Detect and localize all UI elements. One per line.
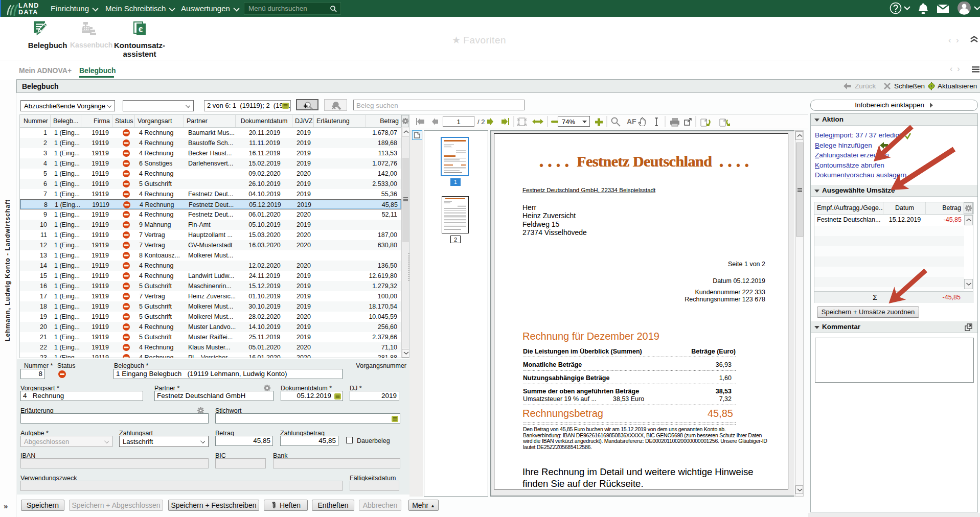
svg-text:/ 2: / 2 (477, 118, 485, 126)
svg-text:DATA: DATA (18, 9, 38, 16)
svg-text:AF: AF (627, 118, 636, 126)
svg-text:€: € (139, 25, 143, 34)
svg-text:LAND: LAND (18, 2, 39, 9)
